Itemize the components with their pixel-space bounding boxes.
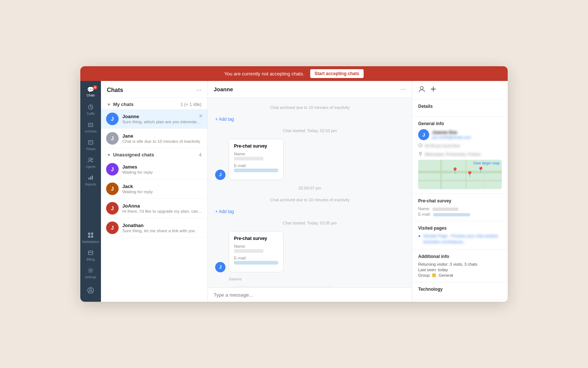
chat-list-title: Chats	[107, 87, 123, 93]
general-info-section: General info J Joanne Doe joe.smith@emai…	[412, 117, 508, 194]
svg-rect-12	[88, 251, 93, 255]
technology-title: Technology	[418, 287, 502, 292]
chat-item-james[interactable]: J James Waiting for reply	[101, 160, 207, 179]
survey-title-1: Pre-chat survey	[234, 144, 278, 149]
contact-profile-icon[interactable]	[418, 85, 426, 95]
survey-message-2: J Pre-chat survey Name: E-mail:	[215, 231, 405, 272]
svg-rect-1	[88, 123, 93, 127]
contact-avatar: J	[418, 129, 429, 140]
agents-icon	[88, 157, 94, 164]
unassigned-chats-section-header[interactable]: ▼ Unassigned chats 4	[101, 148, 207, 160]
nav-item-chats[interactable]: 💬 Chats 4	[83, 84, 99, 100]
survey-avatar-1: J	[215, 170, 225, 180]
survey-title-2: Pre-chat survey	[234, 236, 278, 241]
svg-rect-6	[90, 177, 91, 180]
svg-point-18	[420, 153, 421, 153]
tickets-icon	[88, 139, 94, 146]
group-name: General	[439, 273, 453, 277]
nav-item-billing[interactable]: Billing	[83, 247, 99, 263]
chats-badge: 4	[93, 85, 97, 89]
page-url: livechatinc.com/features...	[423, 240, 466, 244]
visited-pages-title: Visited pages	[418, 226, 502, 231]
right-panel: Details General info J Joanne Doe joe.sm…	[412, 81, 508, 302]
my-chats-section-header[interactable]: ▼ My chats 1 (+ 1 idle)	[101, 98, 207, 109]
svg-rect-5	[88, 178, 90, 180]
survey-message-1: J Pre-chat survey Name: E-mail:	[215, 139, 405, 180]
chat-header-more-button[interactable]: ···	[400, 85, 406, 93]
chat-list-more-button[interactable]: ···	[196, 86, 202, 94]
marketplace-icon	[88, 232, 94, 239]
chat-name-jane: Jane	[122, 133, 202, 139]
contact-location: Warszawa, Pomerania, Poland	[425, 152, 480, 156]
chat-item-jack[interactable]: J Jack Waiting for reply	[101, 179, 207, 199]
contact-email-blurred: joe.smith@email.com	[432, 135, 471, 139]
unassigned-chats-count: 4	[199, 152, 202, 158]
chat-input[interactable]	[214, 292, 406, 298]
clock-icon	[418, 142, 423, 149]
nav-item-profile[interactable]	[83, 283, 99, 299]
group-label: Group:	[418, 273, 431, 277]
my-chats-count: 1 (+ 1 idle)	[181, 102, 202, 107]
nav-item-traffic[interactable]: Traffic	[83, 102, 99, 118]
svg-rect-11	[91, 236, 93, 238]
nav-item-agents[interactable]: Agents	[83, 155, 99, 171]
nav-item-tickets[interactable]: Tickets	[83, 137, 99, 153]
avatar-jane: J	[106, 132, 119, 145]
nav-item-marketplace[interactable]: Marketplace	[83, 230, 99, 246]
details-title: Details	[418, 104, 502, 109]
chat-name-jonathan: Jonathan	[122, 223, 202, 228]
chat-name-joanne: Joanne	[122, 114, 202, 119]
map-link[interactable]: View larger map	[473, 161, 500, 165]
svg-rect-8	[88, 233, 90, 235]
close-joanne-button[interactable]: ✕	[199, 113, 203, 119]
add-tag-button-2[interactable]: + Add tag	[215, 208, 405, 215]
avatar-james: J	[106, 163, 119, 176]
nav-item-settings[interactable]: Settings	[83, 265, 99, 281]
technology-section: Technology	[412, 282, 508, 300]
chat-item-jane[interactable]: J Jane Chat is idle due to 10 minutes of…	[101, 129, 207, 148]
incoming-sender-label: Joanne	[228, 277, 405, 281]
svg-rect-10	[88, 236, 90, 238]
system-msg-archived-1: Chat archived due to 10 minutes of inact…	[215, 105, 405, 110]
chat-item-joanna[interactable]: J JoAnna Hi there, I'd like to upgrade m…	[101, 199, 207, 218]
chat-main: Joanne ··· Chat archived due to 10 minut…	[208, 81, 412, 302]
svg-point-13	[90, 269, 92, 271]
chat-preview-joanna: Hi there, I'd like to upgrade my plan, c…	[122, 209, 202, 213]
chat-name-james: James	[122, 164, 202, 170]
visited-pages-section: Visited pages ● Sample Page - Preview yo…	[412, 221, 508, 250]
chat-list-panel: Chats ··· ▼ My chats 1 (+ 1 idle) J Joan…	[101, 81, 208, 302]
additional-info-section: Additional info Returning visitor: 3 vis…	[412, 250, 508, 282]
svg-point-15	[90, 289, 92, 291]
map-pin-3: 📍	[477, 166, 484, 173]
svg-rect-23	[418, 180, 502, 181]
chat-preview-james: Waiting for reply	[122, 170, 202, 174]
svg-rect-21	[440, 160, 442, 189]
chat-name-jack: Jack	[122, 184, 202, 189]
unassigned-chats-chevron: ▼	[107, 153, 111, 157]
survey-bubble-2: Pre-chat survey Name: E-mail:	[228, 231, 284, 272]
survey-name-value	[433, 208, 458, 211]
top-banner: You are currently not accepting chats. S…	[80, 66, 508, 81]
start-accepting-chats-button[interactable]: Start accepting chats	[310, 69, 364, 78]
settings-icon	[88, 268, 94, 275]
add-contact-button[interactable]	[430, 86, 437, 94]
avatar-jack: J	[106, 183, 119, 195]
chat-list-header: Chats ···	[101, 81, 207, 98]
chat-preview-jonathan: Sure thing, let me share a link with you	[122, 229, 202, 233]
avatar-joanne: J	[106, 113, 119, 125]
unassigned-chats-label: Unassigned chats	[113, 152, 154, 158]
nav-item-archives[interactable]: Archives	[83, 119, 99, 135]
pre-chat-survey-section: Pre-chat survey Name: E-mail:	[412, 194, 508, 221]
left-nav: 💬 Chats 4 Traffic Archives Tic	[80, 81, 101, 302]
nav-item-reports[interactable]: Reports	[83, 172, 99, 188]
system-msg-time: 02:04:07 pm	[215, 186, 405, 190]
general-info-title: General info	[418, 121, 502, 126]
page-title: Sample Page - Preview your chat window	[423, 234, 498, 238]
svg-point-16	[420, 86, 423, 89]
add-tag-button-1[interactable]: + Add tag	[215, 116, 405, 123]
main-body: 💬 Chats 4 Traffic Archives Tic	[80, 81, 508, 302]
additional-info-title: Additional info	[418, 254, 502, 259]
chat-item-jonathan[interactable]: J Jonathan Sure thing, let me share a li…	[101, 218, 207, 238]
last-seen: Last seen: today	[418, 268, 502, 272]
chat-item-joanne[interactable]: J Joanne Sure thing, which plan are you …	[101, 109, 207, 129]
